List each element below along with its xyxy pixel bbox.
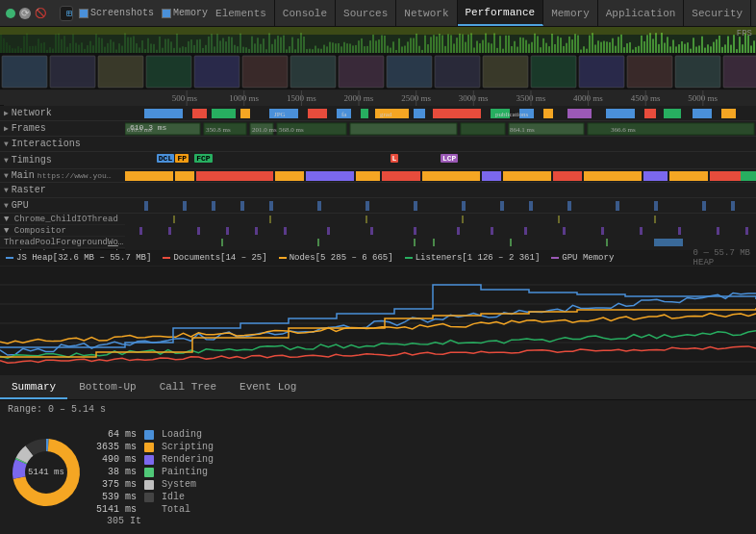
fcp-marker: FCP (194, 154, 212, 163)
gpu-memory-legend: GPU Memory (551, 253, 614, 263)
chrome-child-row: ▼ Chrome_ChildIOThread (0, 214, 756, 225)
tab-memory[interactable]: Memory (543, 0, 598, 26)
svg-rect-19 (437, 58, 478, 82)
thread-pool-fg-label[interactable]: ThreadPoolForegroundWorker (0, 238, 125, 247)
tab-performance[interactable]: Performance (458, 0, 544, 26)
thread-pool-fg-row: ThreadPoolForegroundWorker (0, 237, 756, 248)
memory-checkbox[interactable]: Memory (162, 8, 208, 18)
chrome-child-content (125, 214, 756, 224)
frames-row: ▶ Frames 610.3 ms (0, 121, 756, 137)
interactions-content (125, 137, 756, 151)
stat-label: Rendering (162, 454, 214, 465)
documents-legend: Documents[14 – 25] (163, 253, 266, 263)
interactions-label[interactable]: ▼ Interactions (0, 139, 125, 149)
frame-time-1: 610.3 ms (130, 123, 166, 132)
svg-rect-17 (389, 58, 430, 82)
js-heap-legend: JS Heap[32.6 MB – 55.7 MB] (6, 253, 151, 263)
tab-audits[interactable]: Audits (751, 0, 756, 26)
listeners-label: Listeners[1 126 – 2 361] (416, 253, 541, 263)
nodes-label: Nodes[5 285 – 6 665] (290, 253, 393, 263)
main-content (125, 169, 756, 182)
tab-elements[interactable]: Elements (208, 0, 275, 26)
donut-chart: 5141 ms (8, 434, 85, 511)
stat-color-box (144, 493, 154, 502)
svg-rect-9 (196, 58, 238, 82)
fps-label: FPS (737, 29, 752, 38)
main-url: https://www.yout… (38, 171, 114, 180)
status-text: 305 It (107, 516, 141, 526)
tab-application[interactable]: Application (598, 0, 685, 26)
screenshots-label: Screenshots (90, 8, 154, 18)
js-heap-label: JS Heap[32.6 MB – 55.7 MB] (16, 253, 151, 263)
svg-rect-13 (292, 58, 334, 82)
svg-rect-21 (485, 58, 526, 82)
stat-value: 38 ms (96, 467, 137, 477)
stat-label: Loading (162, 429, 214, 440)
main-thread-row: ▼ Main https://www.yout… (0, 169, 756, 183)
gpu-content (125, 198, 756, 213)
gpu-memory-label: GPU Memory (562, 253, 614, 263)
stat-value: 490 ms (96, 454, 137, 465)
raster-row: ▼ Raster (0, 183, 756, 198)
svg-rect-3 (52, 58, 93, 82)
tab-console[interactable]: Console (275, 0, 336, 26)
top-bar: ⟳ 🚫 ⊞ lab2020.ecglobal.com #4 ✕ Screensh… (0, 0, 756, 27)
tab-event-log[interactable]: Event Log (228, 375, 308, 399)
listeners-legend: Listeners[1 126 – 2 361] (405, 253, 541, 263)
stat-label: Idle (162, 492, 214, 502)
stat-value: 64 ms (96, 429, 137, 440)
svg-rect-5 (100, 58, 141, 82)
stat-value: 539 ms (96, 492, 137, 502)
top-icons: ⟳ 🚫 (6, 8, 46, 19)
memory-legend: JS Heap[32.6 MB – 55.7 MB] Documents[14 … (0, 250, 756, 266)
address-bar: ⊞ lab2020.ecglobal.com #4 ✕ (60, 6, 73, 21)
screenshots-checkbox[interactable]: Screenshots (79, 8, 154, 18)
fps-section: FPS (0, 27, 756, 54)
svg-rect-15 (340, 58, 382, 82)
compositor-label[interactable]: ▼ Compositor (0, 226, 125, 236)
tab-sources[interactable]: Sources (336, 0, 396, 26)
network-label[interactable]: ▶ Network (0, 108, 125, 118)
thread-pool-fg-content (125, 237, 756, 247)
compositor-content (125, 225, 756, 236)
timings-content: DCL FP FCP L LCP (125, 152, 756, 168)
frames-label[interactable]: ▶ Frames (0, 123, 125, 134)
frames-content: 610.3 ms (125, 121, 756, 136)
svg-rect-11 (244, 58, 286, 82)
devtools-tabs: Elements Console Sources Network Perform… (208, 0, 756, 26)
l-marker: L (391, 154, 399, 163)
svg-rect-7 (148, 58, 189, 82)
screenshots-memory-options: Screenshots Memory (79, 8, 208, 18)
main-panels: ▶ Network ▶ Frames 610.3 ms ▼ Interactio… (0, 106, 756, 250)
stat-label: Scripting (162, 442, 214, 452)
fp-marker: FP (175, 154, 189, 163)
gpu-label[interactable]: ▼ GPU (0, 200, 125, 211)
donut-center-label: 5141 ms (28, 468, 64, 477)
filmstrip (0, 54, 756, 90)
record-icon[interactable] (6, 9, 15, 18)
range-text: Range: 0 – 5.14 s (0, 400, 756, 419)
documents-label: Documents[14 – 25] (173, 253, 266, 263)
tab-summary[interactable]: Summary (0, 375, 67, 399)
clear-icon[interactable]: 🚫 (35, 8, 46, 19)
tab-network[interactable]: Network (396, 0, 457, 26)
chrome-child-label[interactable]: ▼ Chrome_ChildIOThread (0, 215, 125, 224)
timings-label[interactable]: ▼ Timings (0, 155, 125, 165)
network-row: ▶ Network (0, 106, 756, 121)
nodes-legend: Nodes[5 285 – 6 665] (279, 253, 393, 263)
svg-rect-29 (677, 58, 718, 82)
dcl-marker: DCL (157, 154, 174, 163)
tab-bottom-up[interactable]: Bottom-Up (67, 375, 147, 399)
raster-label[interactable]: ▼ Raster (0, 185, 125, 195)
stat-color-box (144, 480, 154, 490)
memory-section: JS Heap[32.6 MB – 55.7 MB] Documents[14 … (0, 250, 756, 375)
svg-rect-25 (581, 58, 622, 82)
stat-value: 375 ms (96, 479, 137, 490)
summary-content: 5141 ms 64 msLoading3635 msScripting490 … (0, 419, 756, 525)
reload-icon[interactable]: ⟳ (19, 8, 31, 19)
network-content (125, 106, 756, 120)
stats-table: 64 msLoading3635 msScripting490 msRender… (96, 429, 214, 515)
main-thread-label[interactable]: ▼ Main https://www.yout… (0, 170, 125, 181)
tab-security[interactable]: Security (684, 0, 751, 26)
tab-call-tree[interactable]: Call Tree (148, 375, 228, 399)
